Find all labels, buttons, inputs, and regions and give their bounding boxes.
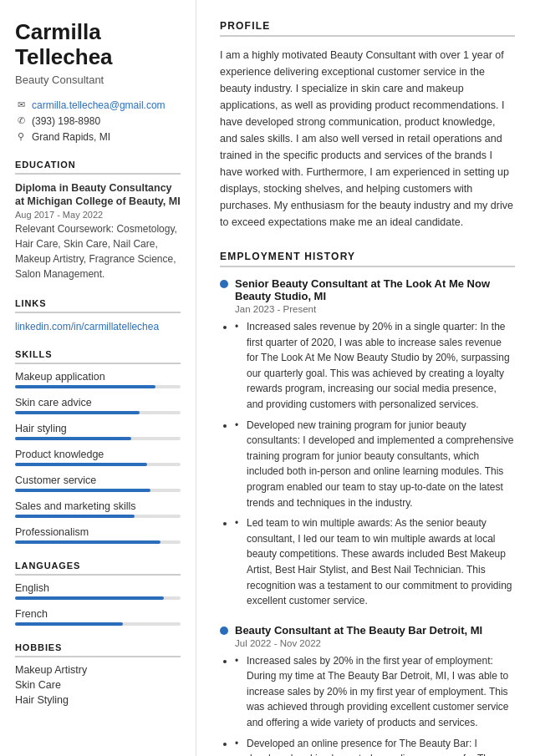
candidate-title: Beauty Consultant [15, 74, 181, 86]
skill-bar-fill [15, 540, 160, 544]
skill-name: Professionalism [15, 526, 181, 538]
language-bar-fill [15, 622, 123, 626]
language-item: English [15, 582, 181, 600]
hobby-item: Makeup Artistry [15, 664, 181, 676]
job-bullet: Increased sales revenue by 20% in a sing… [235, 319, 515, 413]
job-item: Beauty Consultant at The Beauty Bar Detr… [220, 624, 515, 756]
languages-list: English French [15, 582, 181, 626]
job-bullet: Led team to win multiple awards: As the … [235, 515, 515, 609]
edu-details: Relevant Coursework: Cosmetology, Hair C… [15, 221, 181, 282]
edu-dates: Aug 2017 - May 2022 [15, 210, 181, 220]
skill-name: Hair styling [15, 423, 181, 434]
job-bullet: Increased sales by 20% in the first year… [235, 653, 515, 731]
email-contact: ✉ carmilla.tellechea@gmail.com [15, 99, 181, 111]
skill-bar-fill [15, 411, 140, 414]
skill-bar-bg [15, 411, 181, 414]
language-name: English [15, 582, 181, 594]
skill-bar-fill [15, 463, 147, 466]
hobby-item: Hair Styling [15, 694, 181, 706]
skill-bar-bg [15, 540, 181, 544]
language-bar-fill [15, 596, 164, 600]
skill-bar-bg [15, 463, 181, 466]
job-title: Beauty Consultant at The Beauty Bar Detr… [220, 624, 515, 637]
skill-name: Sales and marketing skills [15, 500, 181, 512]
profile-text: I am a highly motivated Beauty Consultan… [220, 47, 515, 231]
skill-name: Skin care advice [15, 397, 181, 408]
languages-section-title: Languages [15, 561, 181, 576]
skill-item: Professionalism [15, 526, 181, 544]
language-name: French [15, 608, 181, 620]
skill-bar-fill [15, 437, 131, 440]
skill-item: Hair styling [15, 423, 181, 440]
language-item: French [15, 608, 181, 626]
skill-name: Makeup application [15, 371, 181, 383]
candidate-name: Carmilla Tellechea [15, 20, 181, 70]
job-bullet: Developed an online presence for The Bea… [235, 736, 515, 756]
job-dates: Jul 2022 - Nov 2022 [235, 638, 515, 648]
skill-name: Product knowledge [15, 449, 181, 460]
linkedin-link[interactable]: linkedin.com/in/carmillatellechea [15, 320, 181, 332]
email-icon: ✉ [15, 99, 27, 110]
hobbies-section-title: Hobbies [15, 642, 181, 657]
skill-item: Customer service [15, 474, 181, 492]
skill-bar-bg [15, 489, 181, 492]
location-contact: ⚲ Grand Rapids, MI [15, 131, 181, 143]
skill-bar-bg [15, 385, 181, 388]
skill-bar-fill [15, 385, 155, 388]
skill-item: Skin care advice [15, 397, 181, 414]
edu-degree: Diploma in Beauty Consultancy at Michiga… [15, 181, 181, 209]
location-icon: ⚲ [15, 131, 27, 142]
skill-bar-fill [15, 489, 150, 492]
hobby-item: Skin Care [15, 679, 181, 691]
job-dates: Jan 2023 - Present [235, 304, 515, 314]
sidebar: Carmilla Tellechea Beauty Consultant ✉ c… [0, 0, 196, 756]
job-item: Senior Beauty Consultant at The Look At … [220, 277, 515, 609]
skill-bar-bg [15, 437, 181, 440]
phone-contact: ✆ (393) 198-8980 [15, 115, 181, 127]
email-link[interactable]: carmilla.tellechea@gmail.com [32, 99, 166, 111]
skill-item: Product knowledge [15, 449, 181, 466]
job-title: Senior Beauty Consultant at The Look At … [220, 277, 515, 302]
skill-bar-fill [15, 515, 135, 518]
education-section-title: Education [15, 160, 181, 175]
profile-section-title: Profile [220, 20, 515, 37]
job-dot-icon [220, 280, 228, 288]
main-content: Profile I am a highly motivated Beauty C… [196, 0, 535, 756]
hobbies-list: Makeup ArtistrySkin CareHair Styling [15, 664, 181, 706]
skill-item: Sales and marketing skills [15, 500, 181, 518]
skill-name: Customer service [15, 474, 181, 486]
language-bar-bg [15, 596, 181, 600]
job-bullets: Increased sales by 20% in the first year… [235, 653, 515, 756]
employment-section-title: Employment History [220, 251, 515, 267]
phone-icon: ✆ [15, 115, 27, 126]
job-dot-icon [220, 627, 228, 635]
skill-item: Makeup application [15, 371, 181, 388]
job-bullet: Developed new training program for junio… [235, 418, 515, 511]
jobs-list: Senior Beauty Consultant at The Look At … [220, 277, 515, 756]
links-section-title: Links [15, 298, 181, 313]
skills-list: Makeup application Skin care advice Hair… [15, 371, 181, 544]
job-bullets: Increased sales revenue by 20% in a sing… [235, 319, 515, 609]
skill-bar-bg [15, 515, 181, 518]
language-bar-bg [15, 622, 181, 626]
skills-section-title: Skills [15, 349, 181, 364]
